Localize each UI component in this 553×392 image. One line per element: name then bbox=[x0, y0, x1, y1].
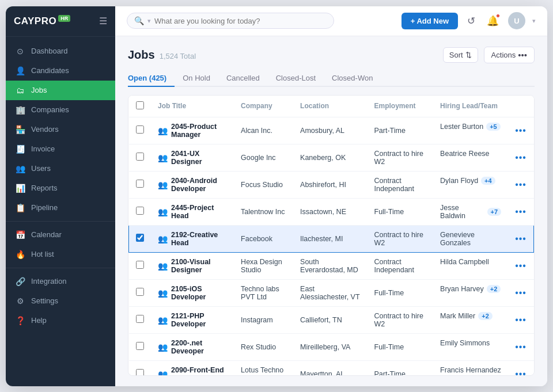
row-more-actions[interactable]: ••• bbox=[508, 144, 533, 171]
sidebar-item-jobs[interactable]: 🗂Jobs bbox=[6, 81, 115, 100]
sidebar-item-users[interactable]: 👥Users bbox=[6, 159, 115, 178]
nav-icon-vendors: 🏪 bbox=[15, 125, 25, 134]
table-row: 👥 2445-Project Head Talentnow Inc Issact… bbox=[129, 198, 534, 225]
row-company: Instagram bbox=[234, 306, 293, 333]
job-icon: 👥 bbox=[158, 342, 168, 352]
row-checkbox-cell bbox=[129, 198, 151, 225]
row-checkbox-cell bbox=[129, 144, 151, 171]
nav-label-help: Help bbox=[31, 316, 47, 325]
row-checkbox[interactable] bbox=[136, 342, 144, 350]
row-company: Talentnow Inc bbox=[234, 198, 293, 225]
row-employment: Contract Independant bbox=[368, 252, 434, 279]
hamburger-icon[interactable]: ☰ bbox=[99, 16, 107, 26]
row-checkbox-cell bbox=[129, 225, 151, 252]
row-job-title: 👥 2100-Visual Designer bbox=[151, 252, 234, 279]
row-checkbox[interactable] bbox=[136, 153, 144, 161]
table-row: 👥 2105-iOS Developer Techno labs PVT Ltd… bbox=[129, 279, 534, 306]
nav-icon-users: 👥 bbox=[15, 164, 25, 173]
add-new-button[interactable]: + Add New bbox=[402, 13, 458, 29]
row-more-dots-icon[interactable]: ••• bbox=[515, 261, 527, 271]
row-more-actions[interactable]: ••• bbox=[508, 171, 533, 198]
sidebar-item-candidates[interactable]: 👤Candidates bbox=[6, 61, 115, 81]
row-checkbox[interactable] bbox=[136, 207, 144, 215]
row-more-dots-icon[interactable]: ••• bbox=[515, 288, 527, 298]
sidebar-item-help[interactable]: ❓Help bbox=[6, 311, 115, 330]
row-location: Mireilleberg, VA bbox=[293, 333, 367, 360]
row-company: Rex Studio bbox=[234, 333, 293, 360]
row-hiring: Genevieve Gonzales bbox=[433, 226, 508, 252]
job-icon: 👥 bbox=[158, 288, 168, 298]
sidebar-item-integration[interactable]: 🔗Integration bbox=[6, 272, 115, 291]
content-area: Jobs 1,524 Total Sort ⇅ Actions ••• Open… bbox=[115, 36, 547, 386]
job-icon: 👥 bbox=[158, 315, 168, 325]
row-more-actions[interactable]: ••• bbox=[508, 252, 533, 279]
search-bar[interactable]: 🔍 ▾ bbox=[127, 13, 334, 29]
actions-button[interactable]: Actions ••• bbox=[484, 47, 535, 63]
sidebar-item-pipeline[interactable]: 📋Pipeline bbox=[6, 198, 115, 218]
tab-onhold[interactable]: On Hold bbox=[175, 70, 218, 87]
row-checkbox[interactable] bbox=[136, 180, 144, 188]
history-button[interactable]: ↺ bbox=[465, 13, 478, 29]
row-more-actions[interactable]: ••• bbox=[508, 333, 533, 360]
notifications-button[interactable]: 🔔 bbox=[484, 13, 501, 29]
sidebar-item-hotlist[interactable]: 🔥Hot list bbox=[6, 245, 115, 264]
nav-icon-settings: ⚙ bbox=[15, 296, 25, 306]
row-checkbox[interactable] bbox=[136, 125, 144, 134]
select-all-checkbox[interactable] bbox=[136, 101, 144, 109]
sidebar-item-vendors[interactable]: 🏪Vendors bbox=[6, 120, 115, 139]
row-more-dots-icon[interactable]: ••• bbox=[515, 234, 527, 243]
row-more-actions[interactable]: ••• bbox=[508, 225, 533, 252]
row-location: Ilachester, MI bbox=[293, 225, 367, 252]
tab-cancelled[interactable]: Cancelled bbox=[218, 70, 268, 87]
row-more-dots-icon[interactable]: ••• bbox=[515, 369, 527, 376]
row-more-dots-icon[interactable]: ••• bbox=[515, 125, 527, 135]
sidebar-item-settings[interactable]: ⚙Settings bbox=[6, 291, 115, 311]
row-hiring: Jesse Baldwin +7 bbox=[433, 199, 508, 225]
page-count: 1,524 Total bbox=[160, 52, 196, 60]
actions-dots-icon: ••• bbox=[518, 50, 527, 60]
row-hiring: Mark Miller +2 bbox=[433, 307, 508, 325]
row-more-actions[interactable]: ••• bbox=[508, 306, 533, 333]
row-more-dots-icon[interactable]: ••• bbox=[515, 342, 527, 352]
sidebar-item-calendar[interactable]: 📅Calendar bbox=[6, 225, 115, 245]
sidebar-item-dashboard[interactable]: ⊙Dashboard bbox=[6, 41, 115, 61]
row-more-actions[interactable]: ••• bbox=[508, 360, 533, 376]
row-checkbox[interactable] bbox=[136, 261, 144, 269]
row-checkbox-cell bbox=[129, 333, 151, 360]
badge-plus: +2 bbox=[478, 312, 493, 320]
row-checkbox[interactable] bbox=[136, 234, 144, 242]
row-location: Calliefort, TN bbox=[293, 306, 367, 333]
job-icon: 👥 bbox=[158, 370, 168, 376]
row-more-dots-icon[interactable]: ••• bbox=[515, 207, 527, 216]
nav-label-hotlist: Hot list bbox=[31, 250, 54, 258]
row-more-actions[interactable]: ••• bbox=[508, 198, 533, 225]
badge-plus: +4 bbox=[481, 177, 495, 185]
tab-open[interactable]: Open (425) bbox=[128, 70, 175, 87]
actions-label: Actions bbox=[491, 51, 516, 59]
job-title-text: 2041-UX Designer bbox=[171, 150, 227, 166]
row-checkbox[interactable] bbox=[136, 315, 144, 323]
row-more-actions[interactable]: ••• bbox=[508, 279, 533, 306]
row-hiring: Dylan Floyd +4 bbox=[433, 172, 508, 190]
col-actions bbox=[508, 96, 533, 117]
row-checkbox[interactable] bbox=[136, 288, 144, 296]
sidebar-item-reports[interactable]: 📊Reports bbox=[6, 178, 115, 198]
job-icon: 👥 bbox=[158, 126, 168, 135]
tab-closedlost[interactable]: Closed-Lost bbox=[268, 70, 324, 87]
tab-closedwon[interactable]: Closed-Won bbox=[324, 70, 381, 87]
job-title-text: 2192-Creative Head bbox=[171, 231, 227, 247]
logo: CAYPROHR bbox=[14, 16, 70, 27]
tabs-bar: Open (425)On HoldCancelledClosed-LostClo… bbox=[128, 70, 535, 87]
row-checkbox[interactable] bbox=[136, 369, 144, 376]
sidebar-item-companies[interactable]: 🏢Companies bbox=[6, 100, 115, 120]
job-title-text: 2445-Project Head bbox=[171, 204, 227, 220]
row-more-actions[interactable]: ••• bbox=[508, 117, 533, 144]
sidebar-item-invoice[interactable]: 🧾Invoice bbox=[6, 139, 115, 159]
row-more-dots-icon[interactable]: ••• bbox=[515, 153, 527, 162]
sort-button[interactable]: Sort ⇅ bbox=[443, 47, 478, 63]
search-input[interactable] bbox=[154, 17, 327, 25]
row-more-dots-icon[interactable]: ••• bbox=[515, 315, 527, 325]
row-more-dots-icon[interactable]: ••• bbox=[515, 180, 527, 189]
avatar[interactable]: U bbox=[508, 12, 525, 29]
row-employment: Contract to hire W2 bbox=[368, 225, 434, 252]
